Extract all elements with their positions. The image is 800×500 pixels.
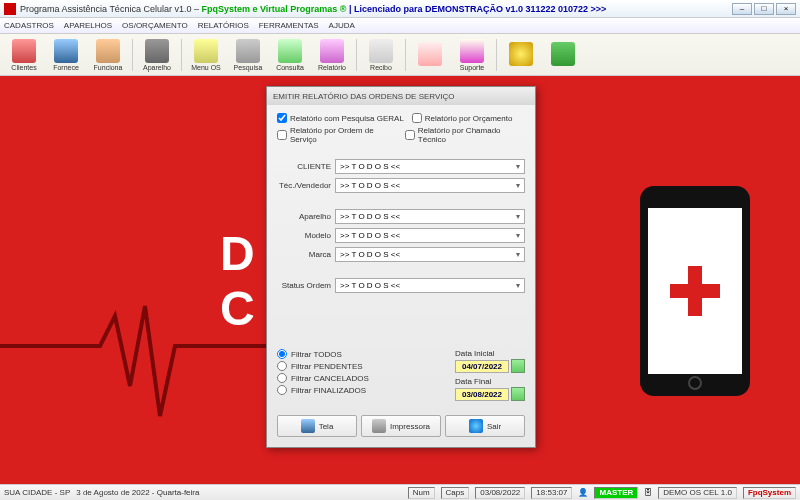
btn-sair[interactable]: Sair [445,415,525,437]
menu-ferramentas[interactable]: FERRAMENTAS [259,21,319,30]
btn-cal-ini[interactable] [511,359,525,373]
menu-ajuda[interactable]: AJUDA [329,21,355,30]
tb-suporte[interactable]: Suporte [452,36,492,74]
consult-icon [278,39,302,63]
sel-modelo[interactable]: >> T O D O S << [335,228,525,243]
chk-orcamento[interactable]: Relatório por Orçamento [412,113,513,123]
sel-status[interactable]: >> T O D O S << [335,278,525,293]
window-title: Programa Assistência Técnica Celular v1.… [20,4,732,14]
exit-icon [551,42,575,66]
lbl-data-final: Data Final [455,377,525,386]
menu-icon [194,39,218,63]
tb-clientes[interactable]: Clientes [4,36,44,74]
st-demo: DEMO OS CEL 1.0 [658,487,737,499]
coins-icon [509,42,533,66]
app-icon [4,3,16,15]
menu-cadastros[interactable]: CADASTROS [4,21,54,30]
st-city: SUA CIDADE - SP [4,488,70,497]
support-icon [460,39,484,63]
calendar-icon [418,42,442,66]
phone-graphic [640,186,750,396]
tb-funciona[interactable]: Funciona [88,36,128,74]
workspace: D RC R A a EMITIR RELATÓRIO DAS ORDENS D… [0,76,800,484]
employee-icon [96,39,120,63]
tb-relatorio[interactable]: Relatório [312,36,352,74]
search-icon [236,39,260,63]
st-master: MASTER [594,487,638,499]
lbl-aparelho: Aparelho [277,212,335,221]
tb-pesquisa[interactable]: Pesquisa [228,36,268,74]
close-button[interactable]: × [776,3,796,15]
minimize-button[interactable]: – [732,3,752,15]
chk-chamado[interactable]: Relatório por Chamado Técnico [405,126,525,144]
st-time: 18:53:07 [531,487,572,499]
sel-cliente[interactable]: >> T O D O S << [335,159,525,174]
menu-os[interactable]: OS/ORÇAMENTO [122,21,188,30]
st-num: Num [408,487,435,499]
val-data-inicial[interactable]: 04/07/2022 [455,360,509,373]
st-db-icon: 🗄 [644,488,652,497]
receipt-icon [369,39,393,63]
status-bar: SUA CIDADE - SP 3 de Agosto de 2022 - Qu… [0,484,800,500]
menu-bar: CADASTROS APARELHOS OS/ORÇAMENTO RELATÓR… [0,18,800,34]
lbl-modelo: Modelo [277,231,335,240]
menu-relatorios[interactable]: RELATÓRIOS [198,21,249,30]
screen-icon [301,419,315,433]
dialog-title: EMITIR RELATÓRIO DAS ORDENS DE SERVIÇO [267,87,535,105]
report-dialog: EMITIR RELATÓRIO DAS ORDENS DE SERVIÇO R… [266,86,536,448]
window-title-bar: Programa Assistência Técnica Celular v1.… [0,0,800,18]
tb-fornece[interactable]: Fornece [46,36,86,74]
st-date: 03/08/2022 [475,487,525,499]
lbl-cliente: CLIENTE [277,162,335,171]
lbl-data-inicial: Data Inicial [455,349,525,358]
maximize-button[interactable]: □ [754,3,774,15]
st-user-icon: 👤 [578,488,588,497]
arrow-icon [469,419,483,433]
tb-exit[interactable] [543,36,583,74]
btn-tela[interactable]: Tela [277,415,357,437]
menu-aparelhos[interactable]: APARELHOS [64,21,112,30]
lbl-status: Status Ordem [277,281,335,290]
lbl-marca: Marca [277,250,335,259]
report-icon [320,39,344,63]
tb-consulta[interactable]: Consulta [270,36,310,74]
tb-calendar[interactable] [410,36,450,74]
tb-recibo[interactable]: Recibo [361,36,401,74]
lbl-tec: Téc./Vendedor [277,181,335,190]
tb-coins[interactable] [501,36,541,74]
sel-marca[interactable]: >> T O D O S << [335,247,525,262]
val-data-final[interactable]: 03/08/2022 [455,388,509,401]
toolbar: Clientes Fornece Funciona Aparelho Menu … [0,34,800,76]
cross-icon [670,266,720,316]
people-icon [12,39,36,63]
tb-aparelho[interactable]: Aparelho [137,36,177,74]
tb-menuos[interactable]: Menu OS [186,36,226,74]
st-date-long: 3 de Agosto de 2022 - Quarta-feira [76,488,199,497]
chk-ordem[interactable]: Relatório por Ordem de Serviço [277,126,397,144]
btn-impressora[interactable]: Impressora [361,415,441,437]
printer-icon [372,419,386,433]
home-button-icon [688,376,702,390]
st-brand: FpqSystem [743,487,796,499]
phone-icon [145,39,169,63]
sel-tec[interactable]: >> T O D O S << [335,178,525,193]
sel-aparelho[interactable]: >> T O D O S << [335,209,525,224]
st-caps: Caps [441,487,470,499]
chk-geral[interactable]: Relatório com Pesquisa GERAL [277,113,404,123]
supplier-icon [54,39,78,63]
btn-cal-fin[interactable] [511,387,525,401]
